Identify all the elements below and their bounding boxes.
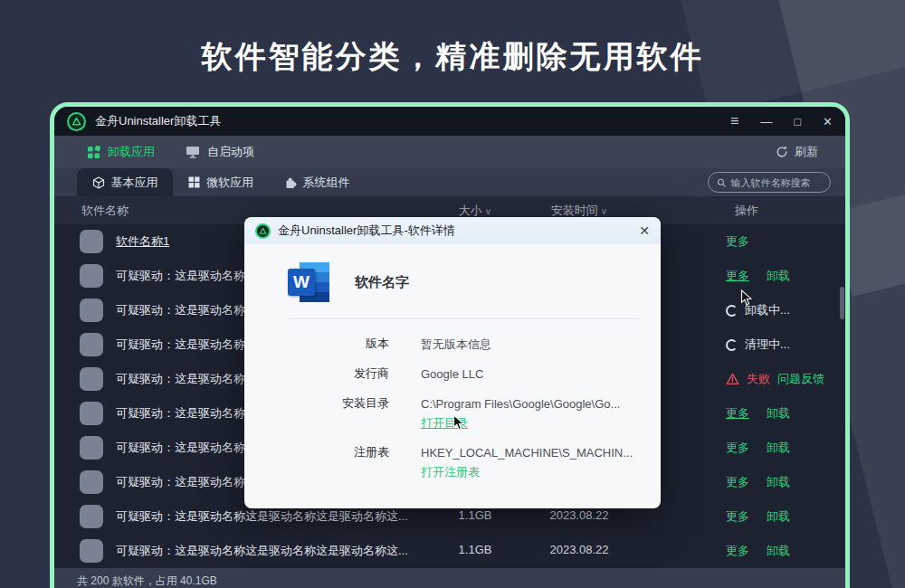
feedback-link[interactable]: 问题反馈	[777, 371, 824, 387]
field-value: 暂无版本信息	[421, 337, 491, 351]
more-link[interactable]: 更多	[726, 440, 749, 456]
refresh-icon	[776, 146, 788, 158]
app-size: 1.1GB	[434, 543, 516, 556]
status-text: 清理中...	[745, 337, 790, 353]
modal-close-button[interactable]: ✕	[639, 223, 650, 238]
uninstall-link[interactable]: 卸载	[767, 440, 790, 456]
uninstall-link[interactable]: 卸载	[767, 405, 790, 422]
nav-item-label: 卸载应用	[108, 144, 155, 160]
banner-title: 软件智能分类，精准删除无用软件	[0, 36, 905, 78]
modal-fields: 版本 暂无版本信息 发行商 Google LLC 安装目录 C:\Program…	[288, 336, 661, 480]
app-icon-placeholder	[80, 299, 103, 322]
uninstall-apps-icon	[87, 146, 100, 159]
more-link[interactable]: 更多	[726, 405, 749, 422]
nav-item-label: 自启动项	[207, 144, 254, 160]
close-button[interactable]: ✕	[823, 116, 833, 128]
field-label: 安装目录	[288, 395, 389, 432]
more-link[interactable]: 更多	[726, 268, 749, 284]
chevron-down-icon: ∨	[601, 206, 607, 216]
software-details-modal: 金舟Uninstaller卸载工具-软件详情 ✕ W 软件名字 版本 暂无版本信…	[244, 217, 661, 508]
modal-field-row: 安装目录 C:\Program Files\Google\Google\Go..…	[288, 395, 661, 432]
row-actions: 更多卸载	[726, 543, 790, 559]
failed-text: 失败	[747, 371, 770, 387]
app-icon-placeholder	[80, 505, 103, 528]
field-label: 发行商	[288, 365, 389, 383]
modal-logo-icon	[255, 223, 271, 239]
more-link[interactable]: 更多	[726, 508, 749, 525]
tab-microsoft-apps[interactable]: 微软应用	[173, 168, 269, 196]
column-header-action: 操作	[719, 203, 774, 219]
status-bar: 共 200 款软件，占用 40.1GB	[54, 568, 845, 588]
app-install-date: 2023.08.22	[534, 543, 624, 556]
menu-button[interactable]: ≡	[730, 114, 738, 128]
row-actions: 更多卸载	[726, 440, 790, 456]
more-link[interactable]: 更多	[726, 474, 749, 490]
puzzle-icon	[284, 176, 297, 189]
maximize-button[interactable]: □	[794, 116, 801, 128]
nav-item-startup-items[interactable]: 自启动项	[186, 144, 254, 160]
app-icon-placeholder	[80, 470, 103, 494]
column-header-name: 软件名称	[81, 203, 129, 219]
search-input[interactable]	[730, 177, 822, 188]
search-icon	[717, 177, 726, 188]
row-actions: 更多卸载	[726, 474, 790, 490]
spinner-icon	[726, 339, 738, 351]
nav-bar: 卸载应用 自启动项 刷新	[54, 136, 845, 168]
modal-app-block: W 软件名字	[288, 262, 661, 302]
app-icon-placeholder	[80, 436, 103, 460]
app-logo-icon	[67, 112, 86, 131]
field-label: 版本	[288, 336, 389, 353]
app-icon-placeholder	[80, 333, 103, 356]
row-actions: 更多卸载	[726, 508, 790, 525]
table-row: 可疑驱动：这是驱动名称这是驱动名称这是驱动名称这... 1.1GB 2023.0…	[54, 534, 845, 568]
uninstall-link[interactable]: 卸载	[767, 474, 790, 490]
field-value: HKEY_LOCAL_MACHINE\S_MACHIN...	[421, 446, 633, 460]
row-actions: 清理中...	[726, 337, 790, 353]
tab-label: 基本应用	[111, 175, 158, 191]
title-bar: 金舟Uninstaller卸载工具 ≡ — □ ✕	[54, 107, 845, 136]
row-actions: 失败问题反馈	[726, 371, 824, 387]
tab-label: 微软应用	[206, 175, 253, 191]
chevron-down-icon: ∨	[485, 206, 491, 216]
field-value: C:\Program Files\Google\Google\Go...	[421, 397, 620, 411]
field-value: Google LLC	[421, 367, 483, 381]
monitor-icon	[186, 146, 200, 158]
page: 软件智能分类，精准删除无用软件 金舟Uninstaller卸载工具 ≡ — □ …	[0, 0, 905, 588]
uninstall-link[interactable]: 卸载	[767, 268, 790, 284]
uninstall-link[interactable]: 卸载	[767, 543, 790, 559]
tab-bar: 基本应用 微软应用 系统组件	[54, 168, 845, 196]
app-icon-placeholder	[80, 402, 103, 425]
mouse-cursor	[740, 289, 754, 307]
field-link[interactable]: 打开注册表	[421, 464, 480, 480]
word-app-icon: W	[288, 262, 329, 302]
more-link[interactable]: 更多	[726, 233, 749, 250]
field-label: 注册表	[288, 444, 389, 480]
modal-divider	[288, 318, 639, 319]
app-icon-placeholder	[80, 264, 103, 288]
row-actions: 更多卸载	[726, 268, 790, 284]
tab-label: 系统组件	[303, 175, 350, 191]
minimize-button[interactable]: —	[760, 116, 772, 128]
status-text: 共 200 款软件，占用 40.1GB	[77, 574, 217, 587]
more-link[interactable]: 更多	[726, 543, 749, 559]
app-name[interactable]: 可疑驱动：这是驱动名称这是驱动名称这是驱动名称这...	[116, 543, 408, 559]
nav-item-uninstall-apps[interactable]: 卸载应用	[87, 144, 155, 160]
modal-app-name: 软件名字	[355, 274, 409, 291]
tab-basic-apps[interactable]: 基本应用	[77, 168, 173, 196]
modal-field-row: 发行商 Google LLC	[288, 365, 661, 383]
tab-system-components[interactable]: 系统组件	[269, 168, 365, 196]
scrollbar-thumb[interactable]	[840, 287, 844, 319]
row-actions: 卸载中...	[726, 302, 790, 318]
app-name[interactable]: 软件名称1	[116, 233, 169, 250]
uninstall-link[interactable]: 卸载	[767, 508, 790, 525]
app-icon-placeholder	[80, 367, 103, 391]
app-name[interactable]: 可疑驱动：这是驱动名称这是驱动名称这是驱动名称这...	[116, 508, 408, 525]
app-size: 1.1GB	[434, 508, 516, 522]
refresh-button[interactable]: 刷新	[776, 144, 818, 160]
modal-field-row: 版本 暂无版本信息	[288, 336, 661, 353]
modal-header: 金舟Uninstaller卸载工具-软件详情 ✕	[244, 217, 661, 244]
mouse-cursor	[452, 414, 466, 432]
modal-title: 金舟Uninstaller卸载工具-软件详情	[278, 223, 455, 239]
row-actions: 更多	[726, 233, 749, 250]
search-box[interactable]	[708, 172, 831, 193]
